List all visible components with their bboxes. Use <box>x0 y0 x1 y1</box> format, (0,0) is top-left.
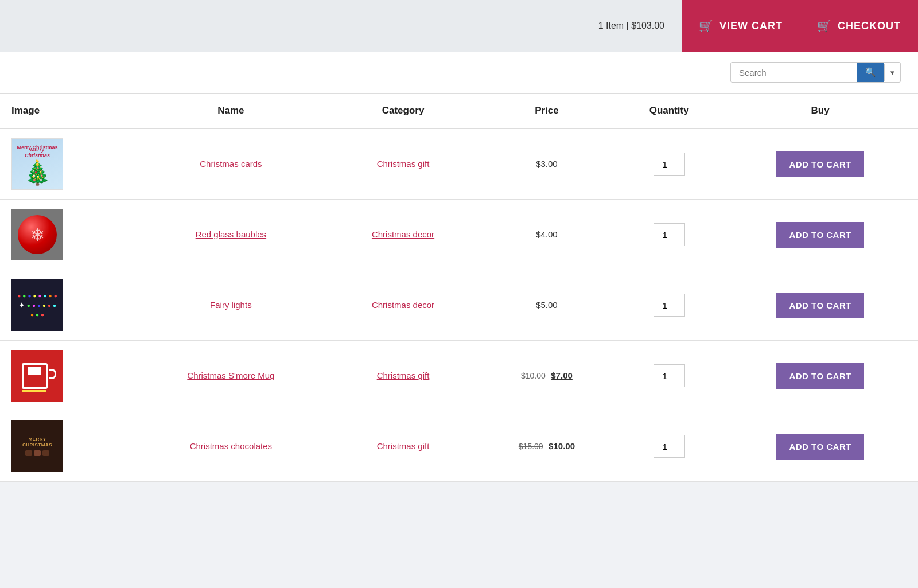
product-buy-2[interactable]: ADD TO CART <box>722 200 918 270</box>
col-buy: Buy <box>722 94 918 128</box>
product-quantity-5[interactable] <box>616 411 722 482</box>
product-category-3[interactable]: Christmas decor <box>328 270 478 341</box>
product-image-2: ❄ <box>0 200 134 270</box>
product-quantity-3[interactable] <box>616 270 722 341</box>
col-price: Price <box>478 94 616 128</box>
product-name-2[interactable]: Red glass baubles <box>134 200 329 270</box>
product-image-4 <box>0 341 134 411</box>
product-category-link-4[interactable]: Christmas gift <box>377 371 430 380</box>
search-dropdown-button[interactable]: ▾ <box>884 64 900 81</box>
product-buy-4[interactable]: ADD TO CART <box>722 341 918 411</box>
cart-summary: 1 Item | $103.00 <box>587 21 676 31</box>
price-sale: $7.00 <box>551 371 573 380</box>
col-quantity: Quantity <box>616 94 722 128</box>
product-category-4[interactable]: Christmas gift <box>328 341 478 411</box>
add-to-cart-button-5[interactable]: ADD TO CART <box>776 434 864 460</box>
product-name-5[interactable]: Christmas chocolates <box>134 411 329 482</box>
view-cart-label: VIEW CART <box>719 20 783 32</box>
product-category-1[interactable]: Christmas gift <box>328 128 478 200</box>
table-header: Image Name Category Price Quantity Buy <box>0 94 918 128</box>
product-price-3: $5.00 <box>478 270 616 341</box>
col-image: Image <box>0 94 134 128</box>
product-buy-5[interactable]: ADD TO CART <box>722 411 918 482</box>
add-to-cart-button-3[interactable]: ADD TO CART <box>776 293 864 318</box>
checkout-label: CHECKOUT <box>838 20 901 32</box>
product-category-link-3[interactable]: Christmas decor <box>372 300 434 310</box>
header: 1 Item | $103.00 🛒 VIEW CART 🛒 CHECKOUT <box>0 0 918 52</box>
product-name-link-3[interactable]: Fairy lights <box>210 300 252 310</box>
price-value: $3.00 <box>536 159 558 169</box>
product-name-link-5[interactable]: Christmas chocolates <box>190 441 272 451</box>
checkout-button[interactable]: 🛒 CHECKOUT <box>800 0 918 52</box>
quantity-input-3[interactable] <box>654 294 685 317</box>
checkout-icon: 🛒 <box>817 19 832 33</box>
table-row: MerryChristmas 🎄 Christmas cardsChristma… <box>0 128 918 200</box>
add-to-cart-button-1[interactable]: ADD TO CART <box>776 151 864 177</box>
product-price-4: $10.00 $7.00 <box>478 341 616 411</box>
table-row: MerryChristmas Christmas chocolatesChris… <box>0 411 918 482</box>
search-input[interactable] <box>731 63 857 82</box>
view-cart-icon: 🛒 <box>699 19 714 33</box>
table-row: ❄ Red glass baublesChristmas decor$4.00A… <box>0 200 918 270</box>
product-name-3[interactable]: Fairy lights <box>134 270 329 341</box>
quantity-input-2[interactable] <box>654 223 685 246</box>
view-cart-button[interactable]: 🛒 VIEW CART <box>682 0 800 52</box>
search-icon: 🔍 <box>865 67 876 77</box>
price-sale: $10.00 <box>549 441 575 451</box>
product-image-5: MerryChristmas <box>0 411 134 482</box>
product-name-link-4[interactable]: Christmas S'more Mug <box>187 371 274 380</box>
product-quantity-4[interactable] <box>616 341 722 411</box>
product-name-link-2[interactable]: Red glass baubles <box>196 229 266 239</box>
table-header-row: Image Name Category Price Quantity Buy <box>0 94 918 128</box>
price-original: $10.00 <box>521 371 546 380</box>
search-wrapper: 🔍 ▾ <box>730 62 901 83</box>
product-category-link-1[interactable]: Christmas gift <box>377 159 430 169</box>
col-name: Name <box>134 94 329 128</box>
quantity-input-5[interactable] <box>654 435 685 458</box>
add-to-cart-button-4[interactable]: ADD TO CART <box>776 363 864 389</box>
product-image-1: MerryChristmas 🎄 <box>0 128 134 200</box>
product-name-4[interactable]: Christmas S'more Mug <box>134 341 329 411</box>
product-image-3: ● ● ● ● ● ● ● ● ✦ ● ● ● ● ● ● ● ● ● <box>0 270 134 341</box>
price-original: $15.00 <box>519 442 543 451</box>
product-name-link-1[interactable]: Christmas cards <box>200 159 262 169</box>
search-button[interactable]: 🔍 <box>857 63 884 82</box>
product-quantity-1[interactable] <box>616 128 722 200</box>
add-to-cart-button-2[interactable]: ADD TO CART <box>776 222 864 248</box>
quantity-input-1[interactable] <box>654 153 685 176</box>
price-value: $5.00 <box>536 300 558 310</box>
table-body: MerryChristmas 🎄 Christmas cardsChristma… <box>0 128 918 482</box>
quantity-input-4[interactable] <box>654 364 685 387</box>
product-price-2: $4.00 <box>478 200 616 270</box>
product-buy-1[interactable]: ADD TO CART <box>722 128 918 200</box>
product-category-link-5[interactable]: Christmas gift <box>377 441 430 451</box>
price-value: $4.00 <box>536 229 558 239</box>
product-price-1: $3.00 <box>478 128 616 200</box>
product-name-1[interactable]: Christmas cards <box>134 128 329 200</box>
chevron-down-icon: ▾ <box>890 68 894 77</box>
table-row: ● ● ● ● ● ● ● ● ✦ ● ● ● ● ● ● ● ● ● Fair… <box>0 270 918 341</box>
product-category-2[interactable]: Christmas decor <box>328 200 478 270</box>
table-row: Christmas S'more MugChristmas gift$10.00… <box>0 341 918 411</box>
product-table: Image Name Category Price Quantity Buy M… <box>0 94 918 482</box>
product-category-5[interactable]: Christmas gift <box>328 411 478 482</box>
product-buy-3[interactable]: ADD TO CART <box>722 270 918 341</box>
search-area: 🔍 ▾ <box>0 52 918 94</box>
product-price-5: $15.00 $10.00 <box>478 411 616 482</box>
product-quantity-2[interactable] <box>616 200 722 270</box>
col-category: Category <box>328 94 478 128</box>
product-category-link-2[interactable]: Christmas decor <box>372 229 434 239</box>
